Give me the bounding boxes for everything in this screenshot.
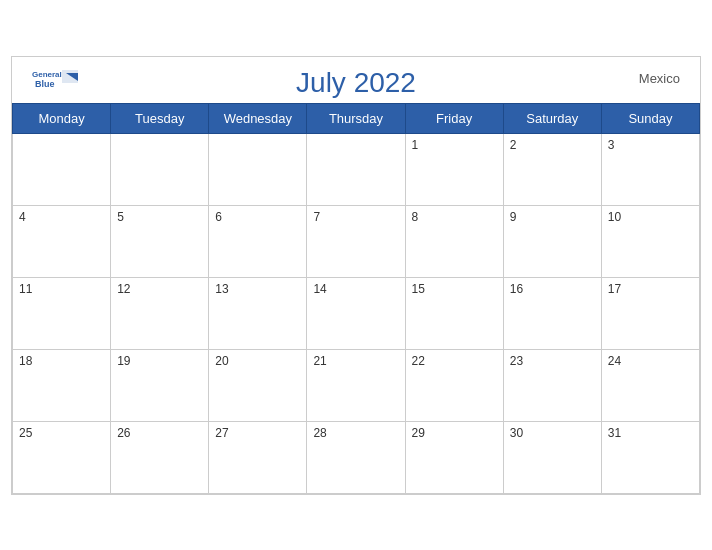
calendar-day-cell: 4 <box>13 205 111 277</box>
calendar-day-cell: 11 <box>13 277 111 349</box>
day-number: 16 <box>510 282 523 296</box>
day-number: 22 <box>412 354 425 368</box>
day-number: 13 <box>215 282 228 296</box>
header-saturday: Saturday <box>503 103 601 133</box>
country-label: Mexico <box>639 71 680 86</box>
calendar-day-cell: 16 <box>503 277 601 349</box>
calendar-day-cell: 13 <box>209 277 307 349</box>
day-number: 7 <box>313 210 320 224</box>
day-number: 4 <box>19 210 26 224</box>
svg-text:General: General <box>32 70 62 79</box>
calendar-day-cell: 29 <box>405 421 503 493</box>
day-number: 3 <box>608 138 615 152</box>
calendar-header: General Blue July 2022 Mexico <box>12 57 700 103</box>
day-number: 19 <box>117 354 130 368</box>
calendar-day-cell: 9 <box>503 205 601 277</box>
calendar-day-cell: 10 <box>601 205 699 277</box>
calendar-day-cell: 17 <box>601 277 699 349</box>
calendar-day-cell: 25 <box>13 421 111 493</box>
day-number: 29 <box>412 426 425 440</box>
calendar-week-row: 45678910 <box>13 205 700 277</box>
calendar-day-cell <box>111 133 209 205</box>
calendar-day-cell: 1 <box>405 133 503 205</box>
day-number: 2 <box>510 138 517 152</box>
day-number: 30 <box>510 426 523 440</box>
day-number: 21 <box>313 354 326 368</box>
calendar-day-cell <box>13 133 111 205</box>
calendar-day-cell: 5 <box>111 205 209 277</box>
calendar-day-cell: 8 <box>405 205 503 277</box>
calendar-day-cell: 6 <box>209 205 307 277</box>
calendar-day-cell: 14 <box>307 277 405 349</box>
calendar: General Blue July 2022 Mexico Monday Tue… <box>11 56 701 495</box>
calendar-title: July 2022 <box>296 67 416 99</box>
header-thursday: Thursday <box>307 103 405 133</box>
day-number: 26 <box>117 426 130 440</box>
calendar-day-cell: 15 <box>405 277 503 349</box>
calendar-week-row: 11121314151617 <box>13 277 700 349</box>
calendar-table: Monday Tuesday Wednesday Thursday Friday… <box>12 103 700 494</box>
calendar-day-cell: 18 <box>13 349 111 421</box>
day-number: 5 <box>117 210 124 224</box>
day-number: 18 <box>19 354 32 368</box>
calendar-day-cell: 30 <box>503 421 601 493</box>
calendar-day-cell: 24 <box>601 349 699 421</box>
day-number: 12 <box>117 282 130 296</box>
calendar-day-cell: 12 <box>111 277 209 349</box>
day-number: 25 <box>19 426 32 440</box>
day-number: 28 <box>313 426 326 440</box>
calendar-day-cell: 21 <box>307 349 405 421</box>
calendar-day-cell: 20 <box>209 349 307 421</box>
day-number: 10 <box>608 210 621 224</box>
calendar-day-cell <box>307 133 405 205</box>
header-wednesday: Wednesday <box>209 103 307 133</box>
day-number: 24 <box>608 354 621 368</box>
day-number: 14 <box>313 282 326 296</box>
header-sunday: Sunday <box>601 103 699 133</box>
day-number: 9 <box>510 210 517 224</box>
day-number: 8 <box>412 210 419 224</box>
weekday-header-row: Monday Tuesday Wednesday Thursday Friday… <box>13 103 700 133</box>
calendar-week-row: 25262728293031 <box>13 421 700 493</box>
logo-icon: General Blue <box>32 65 82 97</box>
day-number: 15 <box>412 282 425 296</box>
calendar-week-row: 18192021222324 <box>13 349 700 421</box>
day-number: 6 <box>215 210 222 224</box>
calendar-day-cell: 2 <box>503 133 601 205</box>
day-number: 20 <box>215 354 228 368</box>
calendar-day-cell: 31 <box>601 421 699 493</box>
calendar-day-cell: 23 <box>503 349 601 421</box>
day-number: 31 <box>608 426 621 440</box>
calendar-day-cell: 26 <box>111 421 209 493</box>
calendar-day-cell: 7 <box>307 205 405 277</box>
day-number: 23 <box>510 354 523 368</box>
calendar-day-cell: 28 <box>307 421 405 493</box>
day-number: 17 <box>608 282 621 296</box>
day-number: 27 <box>215 426 228 440</box>
day-number: 1 <box>412 138 419 152</box>
calendar-day-cell: 3 <box>601 133 699 205</box>
calendar-day-cell: 27 <box>209 421 307 493</box>
calendar-day-cell: 19 <box>111 349 209 421</box>
calendar-day-cell <box>209 133 307 205</box>
svg-text:Blue: Blue <box>35 79 55 89</box>
header-tuesday: Tuesday <box>111 103 209 133</box>
calendar-day-cell: 22 <box>405 349 503 421</box>
calendar-week-row: 123 <box>13 133 700 205</box>
header-friday: Friday <box>405 103 503 133</box>
header-monday: Monday <box>13 103 111 133</box>
day-number: 11 <box>19 282 32 296</box>
logo: General Blue <box>32 65 82 97</box>
